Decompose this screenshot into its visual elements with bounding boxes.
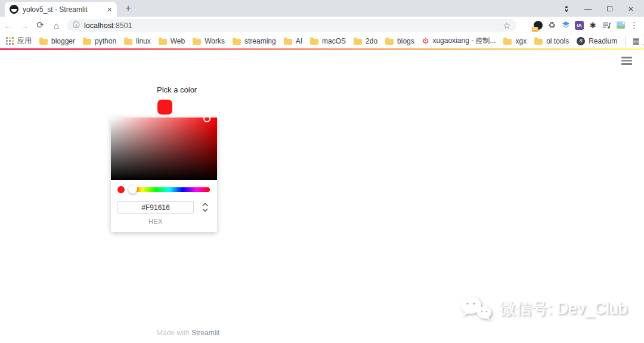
bookmark-item[interactable]: AI (284, 37, 302, 45)
chevron-up-icon (202, 203, 208, 206)
folder-icon (354, 39, 362, 45)
bookmark-item[interactable]: linux (124, 37, 151, 45)
format-toggle-button[interactable] (202, 203, 208, 212)
footer-prefix: Made with (157, 329, 191, 337)
url-host: localhost (84, 21, 113, 30)
streamlit-favicon (10, 5, 18, 14)
playlist-extension-icon[interactable] (600, 17, 614, 33)
bookmark-label: ol tools (546, 37, 569, 45)
bookmark-label: xugaoxiang - 控制... (432, 36, 496, 46)
bookmark-item[interactable]: SReadium (577, 37, 617, 45)
streamlit-menu-button[interactable] (621, 57, 632, 67)
format-label: HEX (117, 218, 194, 225)
bookmark-star-icon[interactable]: ☆ (503, 21, 510, 30)
globe-icon: S (577, 37, 585, 45)
color-swatch[interactable] (157, 100, 172, 115)
watermark-text: 微信号: Dev_Club (499, 298, 627, 319)
folder-icon (534, 39, 543, 45)
color-picker-controls: HEX (111, 180, 217, 232)
bookmark-label: python (95, 37, 116, 45)
folder-icon (385, 39, 394, 45)
color-picker-popup: HEX (111, 118, 217, 232)
bookmark-label: AI (296, 37, 302, 45)
bookmark-item[interactable]: blogs (385, 37, 414, 45)
hue-slider-handle[interactable] (128, 185, 137, 194)
folder-icon (233, 39, 241, 45)
bookmark-item[interactable]: streaming (233, 37, 276, 45)
extensions-row: 86 ♻ IA ✱ ⋮ (531, 17, 641, 33)
folder-icon (124, 39, 132, 45)
adblock-extension-icon[interactable]: 86 (531, 17, 545, 33)
folder-icon (193, 39, 201, 45)
close-window-button[interactable]: × (620, 4, 642, 14)
browser-tabstrip: yolov5_st - Streamlit × + ▾ — × (0, 0, 644, 17)
tab-title: yolov5_st - Streamlit (23, 5, 105, 14)
screenshot-extension-icon[interactable] (614, 17, 627, 33)
bookmark-item[interactable]: xgx (503, 37, 527, 45)
gear-icon: ⚙ (422, 37, 429, 45)
hue-slider[interactable] (129, 187, 210, 192)
color-preview-dot (117, 186, 125, 193)
folder-icon (310, 39, 318, 45)
bookmark-item[interactable]: python (83, 37, 116, 45)
bookmark-label: Readium (589, 37, 617, 45)
url-port: :8501 (113, 21, 132, 30)
streamlit-decoration-bar (0, 48, 644, 50)
bookmarks-bar: 应用 blogger python linux Web Works stream… (0, 33, 644, 48)
wechat-icon (459, 295, 493, 322)
home-button[interactable]: ⌂ (48, 20, 64, 30)
chevron-down-icon (202, 208, 208, 212)
bookmark-label: macOS (322, 37, 346, 45)
bookmark-item[interactable]: blogger (39, 37, 75, 45)
recycle-extension-icon[interactable]: ♻ (545, 17, 559, 33)
watermark: 微信号: Dev_Club (459, 295, 627, 322)
bookmark-label: 2do (366, 37, 377, 45)
bookmark-label: blogs (397, 37, 414, 45)
bookmark-item[interactable]: 2do (354, 37, 377, 45)
browser-toolbar: ← → ⟳ ⌂ ⓘ localhost :8501 ☆ 86 ♻ IA ✱ (0, 17, 644, 33)
bookmark-label: xgx (515, 37, 527, 45)
address-bar[interactable]: ⓘ localhost :8501 ☆ (67, 19, 516, 32)
ia-extension-icon[interactable]: IA (572, 17, 586, 33)
tab-search-button[interactable]: ▾ (556, 4, 577, 14)
reading-list-icon: ▦ (633, 36, 640, 45)
window-controls: ▾ — × (556, 0, 642, 17)
streamlit-footer: Made with Streamlit (157, 329, 219, 337)
bookmark-item[interactable]: ol tools (534, 37, 569, 45)
bookmark-label: Web (171, 37, 185, 45)
minimize-button[interactable]: — (577, 4, 599, 13)
browser-tab[interactable]: yolov5_st - Streamlit × (5, 2, 117, 17)
chevron-down-icon: ▾ (565, 6, 568, 12)
new-tab-button[interactable]: + (122, 2, 134, 14)
apps-shortcut[interactable]: 应用 (6, 36, 32, 46)
saturation-area[interactable] (111, 118, 217, 180)
bookmark-item[interactable]: Works (193, 37, 225, 45)
streamlit-app: Pick a color HEX Made with Streaml (0, 48, 644, 343)
bookmark-item[interactable]: Web (159, 37, 185, 45)
folder-icon (503, 39, 512, 45)
bookmark-item[interactable]: macOS (310, 37, 346, 45)
apps-label: 应用 (17, 36, 32, 46)
bookmark-item[interactable]: ⚙xugaoxiang - 控制... (422, 36, 496, 46)
site-info-icon[interactable]: ⓘ (73, 20, 80, 30)
browser-menu-button[interactable]: ⋮ (627, 17, 641, 33)
hex-input[interactable] (117, 201, 194, 214)
bookmark-label: linux (136, 37, 151, 45)
folder-icon (83, 39, 91, 45)
tab-close-icon[interactable]: × (107, 5, 112, 14)
saturation-pointer[interactable] (203, 115, 210, 122)
folder-icon (284, 39, 292, 45)
reload-button[interactable]: ⟳ (32, 20, 48, 30)
bookmark-label: Works (205, 37, 225, 45)
maximize-button[interactable] (599, 4, 620, 13)
adblock-badge: 86 (532, 27, 538, 32)
folder-icon (159, 39, 167, 45)
apps-grid-icon (6, 37, 14, 45)
star-extension-icon[interactable]: ✱ (586, 17, 600, 33)
layers-extension-icon[interactable] (559, 17, 572, 33)
back-button[interactable]: ← (0, 20, 16, 30)
folder-icon (39, 39, 48, 45)
color-picker-label: Pick a color (157, 85, 197, 94)
streamlit-link[interactable]: Streamlit (191, 329, 219, 337)
forward-button[interactable]: → (16, 20, 32, 30)
